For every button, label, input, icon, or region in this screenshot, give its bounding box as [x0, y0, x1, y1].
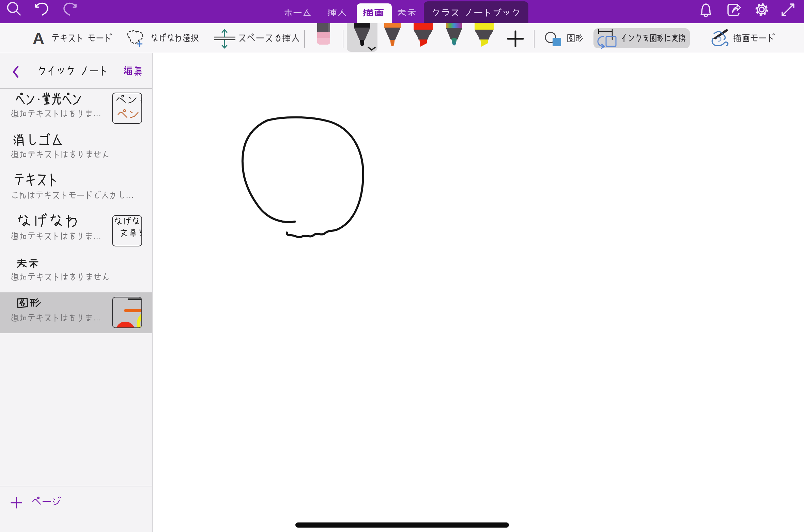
- svg-text:A: A: [33, 29, 44, 47]
